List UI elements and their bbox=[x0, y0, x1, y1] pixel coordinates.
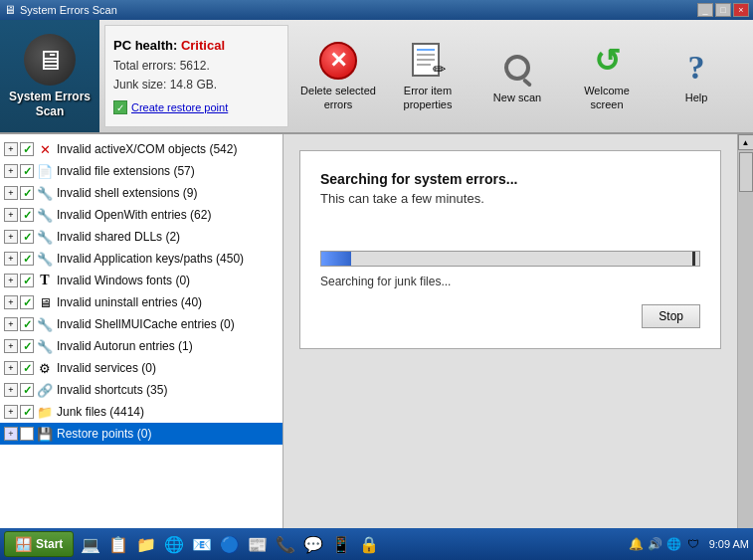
taskbar-icon-6[interactable]: 📰 bbox=[245, 531, 271, 557]
tree-expand-2[interactable]: + bbox=[4, 186, 18, 200]
welcome-screen-button[interactable]: ↺ Welcomescreen bbox=[562, 24, 652, 128]
taskbar-icon-4[interactable]: 📧 bbox=[189, 531, 215, 557]
tree-checkbox-9[interactable]: ✓ bbox=[20, 339, 34, 353]
tree-checkbox-6[interactable]: ✓ bbox=[20, 274, 34, 287]
taskbar-icon-0[interactable]: 💻 bbox=[78, 531, 103, 557]
new-scan-button[interactable]: New scan bbox=[472, 24, 562, 128]
tree-checkbox-12[interactable]: ✓ bbox=[20, 405, 34, 419]
tree-expand-12[interactable]: + bbox=[4, 405, 18, 419]
start-icon: 🪟 bbox=[15, 536, 32, 552]
tree-icon-1: 📄 bbox=[36, 162, 54, 180]
tree-expand-3[interactable]: + bbox=[4, 208, 18, 222]
tree-item-12[interactable]: + ✓ 📁 Junk files (4414) bbox=[0, 401, 282, 423]
tree-checkbox-4[interactable]: ✓ bbox=[20, 230, 34, 244]
tree-icon-4: 🔧 bbox=[36, 228, 54, 246]
taskbar-icon-5[interactable]: 🔵 bbox=[217, 531, 243, 557]
scan-dialog: Searching for system errors... This can … bbox=[299, 150, 721, 349]
taskbar-right: 🔔 🔊 🌐 🛡 9:09 AM bbox=[629, 536, 749, 552]
taskbar-tray: 🔔 🔊 🌐 🛡 bbox=[629, 536, 701, 552]
tree-item-5[interactable]: + ✓ 🔧 Invalid Application keys/paths (45… bbox=[0, 248, 282, 270]
tree-expand-11[interactable]: + bbox=[4, 383, 18, 397]
tree-item-1[interactable]: + ✓ 📄 Invalid file extensions (57) bbox=[0, 160, 282, 182]
tree-expand-5[interactable]: + bbox=[4, 252, 18, 266]
newscan-label: New scan bbox=[493, 92, 541, 104]
tree-item-11[interactable]: + ✓ 🔗 Invalid shortcuts (35) bbox=[0, 379, 282, 401]
taskbar-icon-8[interactable]: 💬 bbox=[300, 531, 326, 557]
tree-item-0[interactable]: + ✓ ✕ Invalid activeX/COM objects (542) bbox=[0, 138, 282, 160]
tree-checkbox-8[interactable]: ✓ bbox=[20, 317, 34, 331]
tree-icon-3: 🔧 bbox=[36, 206, 54, 224]
tree-item-13[interactable]: + 💾 Restore points (0) bbox=[0, 423, 282, 445]
delete-errors-button[interactable]: ✕ Delete selected errors bbox=[293, 24, 383, 128]
tree-checkbox-11[interactable]: ✓ bbox=[20, 383, 34, 397]
taskbar-icon-2[interactable]: 📁 bbox=[133, 531, 159, 557]
title-bar-left: 🖥 System Errors Scan bbox=[4, 3, 117, 17]
tree-expand-6[interactable]: + bbox=[4, 274, 18, 287]
start-button[interactable]: 🪟 Start bbox=[4, 531, 74, 557]
tray-icon-1[interactable]: 🔊 bbox=[648, 536, 663, 552]
taskbar-icon-10[interactable]: 🔒 bbox=[356, 531, 382, 557]
tree-item-2[interactable]: + ✓ 🔧 Invalid shell extensions (9) bbox=[0, 182, 282, 204]
app-title: System Errors Scan bbox=[8, 90, 92, 118]
left-panel[interactable]: + ✓ ✕ Invalid activeX/COM objects (542) … bbox=[0, 134, 283, 528]
tree-expand-1[interactable]: + bbox=[4, 164, 18, 178]
tree-checkbox-2[interactable]: ✓ bbox=[20, 186, 34, 200]
taskbar-icon-3[interactable]: 🌐 bbox=[161, 531, 187, 557]
scrollbar-right[interactable]: ▲ bbox=[737, 134, 753, 528]
tray-icon-3[interactable]: 🛡 bbox=[685, 536, 701, 552]
tree-item-10[interactable]: + ✓ ⚙ Invalid services (0) bbox=[0, 357, 282, 379]
health-status: Critical bbox=[181, 38, 225, 53]
taskbar: 🪟 Start 💻 📋 📁 🌐 📧 🔵 📰 📞 💬 📱 🔒 🔔 🔊 🌐 🛡 9:… bbox=[0, 528, 753, 560]
tray-icon-2[interactable]: 🌐 bbox=[666, 536, 682, 552]
tree-expand-7[interactable]: + bbox=[4, 295, 18, 309]
maximize-button[interactable]: □ bbox=[715, 3, 731, 17]
tree-label-0: Invalid activeX/COM objects (542) bbox=[57, 142, 237, 156]
tree-icon-8: 🔧 bbox=[36, 315, 54, 333]
title-bar-text: System Errors Scan bbox=[20, 4, 117, 16]
tree-item-7[interactable]: + ✓ 🖥 Invalid uninstall entries (40) bbox=[0, 291, 282, 313]
stop-button[interactable]: Stop bbox=[642, 304, 700, 328]
welcome-label: Welcomescreen bbox=[584, 85, 630, 110]
title-bar: 🖥 System Errors Scan _ □ × bbox=[0, 0, 753, 20]
scroll-up-arrow[interactable]: ▲ bbox=[738, 134, 754, 150]
title-bar-icon: 🖥 bbox=[4, 3, 16, 17]
tree-item-3[interactable]: + ✓ 🔧 Invalid OpenWith entries (62) bbox=[0, 204, 282, 226]
tree-expand-10[interactable]: + bbox=[4, 361, 18, 375]
tray-icon-0[interactable]: 🔔 bbox=[629, 536, 645, 552]
tree-expand-0[interactable]: + bbox=[4, 142, 18, 156]
tree-item-8[interactable]: + ✓ 🔧 Invalid ShellMUICache entries (0) bbox=[0, 313, 282, 335]
health-total-errors: Total errors: 5612. Junk size: 14.8 GB. bbox=[113, 57, 280, 94]
progress-bar-fill bbox=[321, 252, 351, 266]
tree-checkbox-3[interactable]: ✓ bbox=[20, 208, 34, 222]
tree-expand-13[interactable]: + bbox=[4, 427, 18, 441]
tree-label-12: Junk files (4414) bbox=[57, 405, 144, 419]
scroll-thumb[interactable] bbox=[739, 152, 753, 192]
tree-checkbox-1[interactable]: ✓ bbox=[20, 164, 34, 178]
restore-label[interactable]: Create restore point bbox=[131, 101, 228, 113]
progress-marker bbox=[692, 252, 695, 266]
tree-label-11: Invalid shortcuts (35) bbox=[57, 383, 167, 397]
tree-checkbox-7[interactable]: ✓ bbox=[20, 295, 34, 309]
tree-checkbox-5[interactable]: ✓ bbox=[20, 252, 34, 266]
help-label: Help bbox=[685, 92, 708, 104]
error-properties-button[interactable]: ✏ Error itemproperties bbox=[383, 24, 472, 128]
taskbar-icon-1[interactable]: 📋 bbox=[105, 531, 131, 557]
restore-btn[interactable]: ✓ Create restore point bbox=[113, 100, 280, 114]
restore-checkbox[interactable]: ✓ bbox=[113, 100, 127, 114]
tree-expand-8[interactable]: + bbox=[4, 317, 18, 331]
tree-expand-9[interactable]: + bbox=[4, 339, 18, 353]
taskbar-icon-9[interactable]: 📱 bbox=[328, 531, 354, 557]
tree-checkbox-13[interactable] bbox=[20, 427, 34, 441]
minimize-button[interactable]: _ bbox=[697, 3, 713, 17]
taskbar-icon-7[interactable]: 📞 bbox=[273, 531, 298, 557]
tree-expand-4[interactable]: + bbox=[4, 230, 18, 244]
tree-label-8: Invalid ShellMUICache entries (0) bbox=[57, 317, 235, 331]
help-button[interactable]: ? Help bbox=[652, 24, 741, 128]
tree-item-4[interactable]: + ✓ 🔧 Invalid shared DLLs (2) bbox=[0, 226, 282, 248]
tree-item-6[interactable]: + ✓ T Invalid Windows fonts (0) bbox=[0, 270, 282, 291]
close-button[interactable]: × bbox=[733, 3, 749, 17]
tree-item-9[interactable]: + ✓ 🔧 Invalid Autorun entries (1) bbox=[0, 335, 282, 357]
title-bar-buttons: _ □ × bbox=[697, 3, 749, 17]
tree-checkbox-0[interactable]: ✓ bbox=[20, 142, 34, 156]
tree-checkbox-10[interactable]: ✓ bbox=[20, 361, 34, 375]
